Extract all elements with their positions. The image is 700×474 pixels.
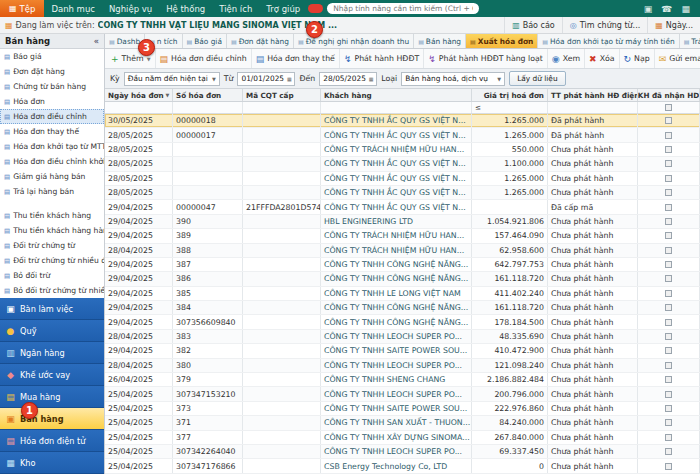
nav-item[interactable]: ▣ Bàn làm việc xyxy=(0,298,104,320)
table-row[interactable]: 28/04/2025 383 CÔNG TY TNHH LEOCH SUPER … xyxy=(105,330,700,344)
sidebar-item[interactable]: ▤ Bỏ đối trừ xyxy=(0,268,104,283)
nav-item[interactable]: ● Quỹ xyxy=(0,320,104,342)
menu-item[interactable]: Danh mục xyxy=(44,4,102,14)
column-header[interactable]: KH đã nhận HD ▼ xyxy=(638,89,700,101)
toolbar-button[interactable]: ▤ Hóa đơn thay thế ▼ xyxy=(252,49,340,69)
table-row[interactable]: 28/04/2025 380 CÔNG TY TNHH LEOCH SUPER … xyxy=(105,359,700,373)
tab[interactable]: ▤ Bán hàng xyxy=(414,34,466,48)
received-checkbox[interactable] xyxy=(665,304,672,311)
from-date-input[interactable]: 01/01/2025 ▦ xyxy=(237,72,295,86)
table-row[interactable]: 28/05/2025 CÔNG TY TNHH ẮC QUY GS VIỆT N… xyxy=(105,157,700,171)
table-row[interactable]: 25/04/2025 307347176866 CSB Energy Techn… xyxy=(105,459,700,473)
received-checkbox[interactable] xyxy=(665,189,672,196)
table-row[interactable]: 26/04/2025 379 CÔNG TY TNHH SHENG CHANG … xyxy=(105,373,700,387)
table-row[interactable]: 29/04/2025 384 CÔNG TY TNHH CÔNG NGHỆ NĂ… xyxy=(105,301,700,315)
received-checkbox[interactable] xyxy=(665,290,672,297)
sidebar-item[interactable]: ▤ Hóa đơn điều chỉnh xyxy=(0,109,104,124)
type-select[interactable]: Bán hàng hoá, dịch vụ ▼ xyxy=(401,72,505,86)
received-checkbox[interactable] xyxy=(665,319,672,326)
file-menu-button[interactable]: ▦ Tệp xyxy=(0,0,44,17)
received-checkbox[interactable] xyxy=(665,391,672,398)
received-checkbox[interactable] xyxy=(665,218,672,225)
cart-icon[interactable]: ▣ xyxy=(644,4,653,14)
received-checkbox[interactable] xyxy=(665,448,672,455)
table-row[interactable]: 29/04/2025 307356609840 CÔNG TY TNHH CÔN… xyxy=(105,315,700,329)
toolbar-button[interactable]: ↻ Nạp ▼ xyxy=(620,49,655,69)
sidebar-item[interactable]: ▤ Chứng từ bán hàng xyxy=(0,79,104,94)
sidebar-title[interactable]: Bán hàng « xyxy=(0,34,104,49)
filter-operator[interactable]: ≤ xyxy=(475,103,481,112)
table-row[interactable]: 29/04/2025 387 CÔNG TY TNHH CÔNG NGHỆ NĂ… xyxy=(105,258,700,272)
sidebar-item[interactable]: ▤ Hóa đơn xyxy=(0,94,104,109)
sidebar-item[interactable]: ▤ Thu tiền khách hàng xyxy=(0,208,104,223)
tab[interactable]: ▤ Đơn đặt hàng xyxy=(227,34,294,48)
received-checkbox[interactable] xyxy=(665,247,672,254)
table-row[interactable]: 28/05/2025 CÔNG TY TNHH ẮC QUY GS VIỆT N… xyxy=(105,186,700,200)
tab[interactable]: ▤ Xuất hóa đơn xyxy=(466,34,538,48)
received-checkbox[interactable] xyxy=(665,376,672,383)
toolbar-button[interactable]: ▤ Hóa đơn điều chỉnh ▼ xyxy=(156,49,252,69)
column-header[interactable]: Ngày hóa đơn ▼ xyxy=(105,89,173,101)
workbar-button[interactable]: ◎ Tìm chứng từ... xyxy=(562,17,648,33)
table-row[interactable]: 29/04/2025 382 CÔNG TY TNHH SAITE POWER … xyxy=(105,344,700,358)
sidebar-item[interactable]: ▤ Đối trừ chứng từ xyxy=(0,238,104,253)
table-row[interactable]: 28/05/2025 CÔNG TY TRÁCH NHIỆM HỮU HAN..… xyxy=(105,143,700,157)
table-row[interactable]: 25/04/2025 307347153210 CÔNG TY TNHH LEO… xyxy=(105,387,700,401)
toolbar-button[interactable]: ✉ Gửi email ▼ xyxy=(655,49,700,69)
received-checkbox[interactable] xyxy=(665,204,672,211)
support-phone-icon[interactable]: ☎ xyxy=(661,4,672,14)
sidebar-item[interactable]: ▤ Hóa đơn khởi tạo từ MTT xyxy=(0,139,104,154)
tab[interactable]: ▤ Hóa đơn khởi tạo từ máy tính tiền xyxy=(538,34,679,48)
sidebar-item[interactable]: ▤ Giảm giá hàng bán xyxy=(0,169,104,184)
received-checkbox[interactable] xyxy=(665,347,672,354)
received-checkbox[interactable] xyxy=(665,463,672,470)
received-checkbox[interactable] xyxy=(665,146,672,153)
column-header[interactable]: Khách hàng ▼ xyxy=(321,89,472,101)
table-row[interactable]: 30/05/2025 00000018 CÔNG TY TNHH ẮC QUY … xyxy=(105,114,700,128)
received-checkbox[interactable] xyxy=(665,275,672,282)
sidebar-item[interactable]: ▤ Báo giá xyxy=(0,49,104,64)
toolbar-button[interactable]: ↯ Phát hành HĐĐT ▼ xyxy=(340,49,424,69)
period-select[interactable]: Đầu năm đến hiện tại ▼ xyxy=(124,72,220,86)
menu-item[interactable]: Trợ giúp xyxy=(259,4,307,14)
table-row[interactable]: 29/04/2025 00000047 21FFFDA2801D574... C… xyxy=(105,200,700,214)
column-header[interactable]: TT phát hành HĐ điện tử ▼ xyxy=(548,89,638,101)
table-row[interactable]: 29/04/2025 386 CÔNG TY TNHH CÔNG NGHỆ NĂ… xyxy=(105,272,700,286)
table-row[interactable]: 25/04/2025 371 CÔNG TY TNHH SAN XUẤT - T… xyxy=(105,416,700,430)
table-row[interactable]: 29/04/2025 385 CÔNG TY TNHH LE LONG VIỆT… xyxy=(105,287,700,301)
nav-item[interactable]: ▤ Mua hàng xyxy=(0,386,104,408)
menu-item[interactable]: Nghiệp vụ xyxy=(102,4,159,14)
received-checkbox[interactable] xyxy=(665,434,672,441)
column-header[interactable]: Mã CQT cấp ▼ xyxy=(243,89,321,101)
menu-item[interactable]: Hệ thống xyxy=(159,4,212,14)
received-checkbox[interactable] xyxy=(665,175,672,182)
filter-cell-cqt[interactable] xyxy=(243,102,321,113)
collapse-icon[interactable]: « xyxy=(94,37,99,46)
table-row[interactable]: 28/04/2025 388 CÔNG TY TRÁCH NHIỆM HỮU H… xyxy=(105,244,700,258)
sidebar-item[interactable]: ▤ Bỏ đối trừ chứng từ nhiều đ... xyxy=(0,283,104,298)
filter-cell-customer[interactable] xyxy=(321,102,472,113)
table-row[interactable]: 25/04/2025 307342264040 CÔNG TY TNHH LEO… xyxy=(105,445,700,459)
workbar-button[interactable]: ▦ Ngày... xyxy=(647,17,700,33)
apps-icon[interactable]: ▦ xyxy=(681,4,690,14)
column-header[interactable]: Giá trị hoá đơn ▼ xyxy=(472,89,548,101)
filter-cell-status[interactable] xyxy=(548,102,638,113)
table-row[interactable]: 28/05/2025 CÔNG TY TNHH ẮC QUY GS VIỆT N… xyxy=(105,172,700,186)
toolbar-button[interactable]: ✖ Xóa ▼ xyxy=(585,49,619,69)
sidebar-item[interactable]: ▤ Hóa đơn thay thế xyxy=(0,124,104,139)
nav-item[interactable]: ◆ Khế ước vay xyxy=(0,364,104,386)
table-row[interactable]: 29/04/2025 390 HBL ENGINEERING LTD 1.054… xyxy=(105,215,700,229)
received-checkbox[interactable] xyxy=(665,232,672,239)
nav-item[interactable]: ▣ Bán hàng xyxy=(0,408,104,430)
column-header[interactable]: Số hóa đơn ▼ xyxy=(173,89,243,101)
search-input[interactable] xyxy=(327,3,479,14)
received-checkbox[interactable] xyxy=(665,117,672,124)
apply-button[interactable]: Lấy dữ liệu xyxy=(509,71,565,86)
table-row[interactable]: 25/04/2025 377 CÔNG TY TNHH XÂY DỰNG SIN… xyxy=(105,431,700,445)
nav-item[interactable]: ▦ Kho xyxy=(0,452,104,474)
received-checkbox[interactable] xyxy=(665,362,672,369)
filter-checkbox[interactable] xyxy=(665,104,672,111)
sidebar-item[interactable]: ▤ Thu tiền khách hàng hàng l... xyxy=(0,223,104,238)
tab[interactable]: ▤ Báo giá xyxy=(183,34,227,48)
menu-item[interactable]: Tiện ích xyxy=(212,4,259,14)
